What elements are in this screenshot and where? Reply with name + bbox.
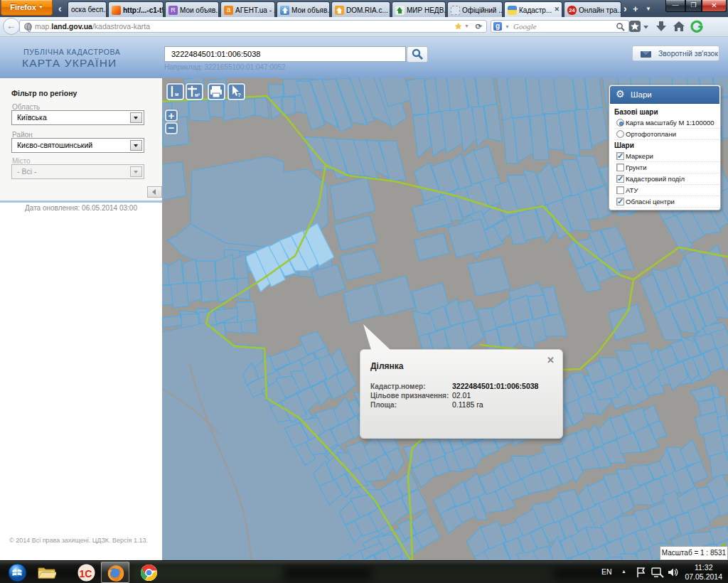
svg-text:м²: м² <box>195 92 200 97</box>
svg-text:1С: 1С <box>80 568 92 579</box>
svg-text:?: ? <box>237 92 241 98</box>
svg-text:м: м <box>175 92 178 97</box>
